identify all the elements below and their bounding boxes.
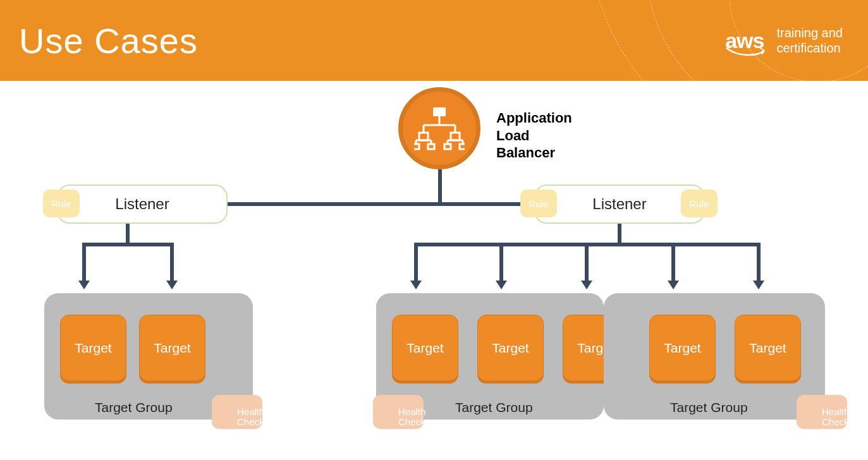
target-label: Target — [492, 341, 529, 356]
health-check-badge: HealthCheck — [797, 395, 847, 429]
arrow-down-icon — [496, 281, 507, 289]
target-label: Target — [406, 341, 443, 356]
load-balancer-icon — [414, 106, 465, 150]
listener-label: Listener — [592, 195, 646, 213]
page-title: Use Cases — [19, 20, 198, 61]
connector-line — [618, 224, 621, 243]
slide-header: Use Cases aws training and certification — [0, 0, 868, 81]
target-node: Target — [477, 315, 544, 381]
target-group-label: Target Group — [670, 400, 748, 415]
target-group-label: Target Group — [455, 400, 533, 415]
alb-node — [398, 87, 480, 169]
alb-label-line2: Load Balancer — [496, 127, 555, 162]
arrow-down-icon — [581, 281, 592, 289]
health-check-badge: HealthCheck — [212, 395, 262, 429]
arrow-down-icon — [166, 281, 178, 289]
health-check-badge: HealthCheck — [373, 395, 424, 429]
target-node: Target — [392, 315, 458, 381]
target-label: Target — [75, 341, 111, 356]
alb-label-line1: Application — [496, 109, 572, 127]
arrow-down-icon — [753, 281, 764, 289]
listener-box-1: Listener — [57, 185, 228, 224]
header-subtext-line1: training and — [776, 26, 843, 40]
connector-line — [585, 243, 589, 282]
connector-line — [226, 202, 536, 206]
connector-line — [414, 243, 418, 282]
listener-box-2: Listener — [534, 185, 705, 224]
rule-label: Rule — [529, 198, 549, 209]
rule-badge: Rule — [43, 190, 80, 217]
rule-label: Rule — [52, 198, 71, 209]
aws-swoosh-icon — [725, 47, 769, 58]
architecture-diagram: Application Load Balancer Listener Rule … — [0, 81, 868, 460]
target-label: Target — [154, 341, 190, 356]
connector-line — [82, 243, 174, 246]
aws-logo: aws — [725, 28, 764, 53]
connector-line — [499, 243, 503, 282]
target-label: Target — [664, 341, 700, 356]
connector-line — [438, 169, 442, 204]
target-node: Target — [60, 315, 126, 381]
svg-rect-14 — [428, 144, 434, 149]
target-node: Target — [735, 315, 801, 381]
target-group-label: Target Group — [95, 400, 173, 415]
connector-line — [82, 243, 86, 282]
svg-rect-5 — [419, 133, 428, 140]
connector-line — [170, 243, 174, 282]
header-subtext-line2: certification — [776, 41, 840, 55]
target-node: Target — [139, 315, 205, 381]
connector-line — [126, 224, 130, 243]
target-label: Target — [749, 341, 786, 356]
arrow-down-icon — [410, 281, 422, 289]
listener-label: Listener — [115, 195, 169, 213]
svg-rect-13 — [414, 144, 419, 149]
rule-label: Rule — [690, 198, 709, 209]
header-subtext: training and certification — [776, 25, 843, 56]
svg-rect-6 — [451, 133, 460, 140]
connector-line — [671, 243, 675, 282]
arrow-down-icon — [668, 281, 679, 289]
arrow-down-icon — [78, 281, 90, 289]
svg-rect-0 — [433, 107, 446, 116]
header-logo-block: aws training and certification — [725, 25, 843, 56]
rule-badge: Rule — [681, 190, 718, 217]
connector-line — [757, 243, 761, 282]
rule-badge: Rule — [520, 190, 557, 217]
svg-rect-16 — [460, 144, 465, 149]
target-node: Target — [649, 315, 716, 381]
svg-rect-15 — [444, 144, 451, 149]
